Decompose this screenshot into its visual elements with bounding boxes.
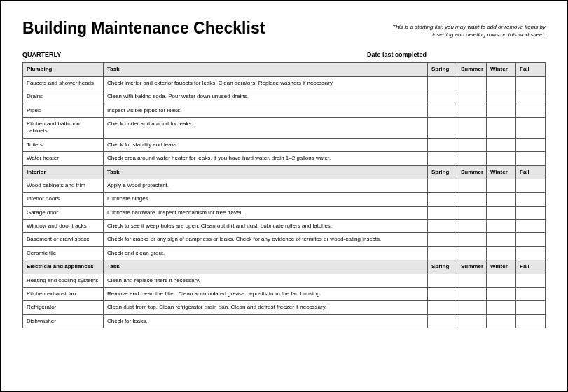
table-row: ToiletsCheck for stability and leaks.	[23, 138, 546, 151]
spring-cell[interactable]	[428, 246, 457, 260]
fall-header: Fall	[516, 165, 546, 178]
item-cell: Refrigerator	[23, 301, 104, 314]
spring-cell[interactable]	[428, 152, 457, 165]
summer-cell[interactable]	[457, 178, 487, 192]
winter-cell[interactable]	[487, 76, 516, 90]
task-cell: Check for leaks.	[104, 314, 428, 328]
winter-cell[interactable]	[487, 220, 516, 233]
task-header: Task	[104, 63, 428, 76]
fall-cell[interactable]	[516, 206, 546, 219]
winter-cell[interactable]	[487, 274, 516, 287]
table-row: RefrigeratorClean dust from top. Clean r…	[23, 301, 546, 314]
summer-cell[interactable]	[457, 206, 487, 219]
fall-cell[interactable]	[516, 104, 546, 117]
task-cell: Clean dust from top. Clean refrigerator …	[104, 301, 428, 314]
table-row: Garage doorLubricate hardware. Inspect m…	[23, 206, 546, 219]
summer-cell[interactable]	[457, 117, 487, 138]
task-cell: Check under and around for leaks.	[104, 117, 428, 138]
summer-cell[interactable]	[457, 152, 487, 165]
spring-cell[interactable]	[428, 288, 457, 301]
item-cell: Faucets and shower heads	[23, 76, 104, 90]
fall-cell[interactable]	[516, 246, 546, 260]
checklist-table: PlumbingTaskSpringSummerWinterFallFaucet…	[22, 62, 546, 328]
fall-cell[interactable]	[516, 90, 546, 104]
task-cell: Lubricate hardware. Inspect mechanism fo…	[104, 206, 428, 219]
winter-cell[interactable]	[487, 233, 516, 246]
summer-cell[interactable]	[457, 90, 487, 104]
spring-cell[interactable]	[428, 220, 457, 233]
winter-cell[interactable]	[487, 152, 516, 165]
task-cell: Remove and clean the filter. Clean accum…	[104, 288, 428, 301]
spring-cell[interactable]	[428, 192, 457, 206]
page-title: Building Maintenance Checklist	[22, 19, 265, 38]
spring-cell[interactable]	[428, 178, 457, 192]
summer-cell[interactable]	[457, 314, 487, 328]
spring-header: Spring	[428, 165, 457, 178]
fall-cell[interactable]	[516, 233, 546, 246]
spring-cell[interactable]	[428, 104, 457, 117]
winter-cell[interactable]	[487, 90, 516, 104]
fall-cell[interactable]	[516, 76, 546, 90]
summer-cell[interactable]	[457, 220, 487, 233]
fall-cell[interactable]	[516, 117, 546, 138]
table-row: DrainsClean with baking soda. Pour water…	[23, 90, 546, 104]
item-cell: Dishwasher	[23, 314, 104, 328]
summer-cell[interactable]	[457, 288, 487, 301]
winter-cell[interactable]	[487, 206, 516, 219]
spring-header: Spring	[428, 260, 457, 274]
table-row: Ceramic tileCheck and clean grout.	[23, 246, 546, 260]
spring-cell[interactable]	[428, 76, 457, 90]
spring-cell[interactable]	[428, 314, 457, 328]
spring-header: Spring	[428, 63, 457, 76]
spring-cell[interactable]	[428, 274, 457, 287]
task-cell: Lubricate hinges.	[104, 192, 428, 206]
summer-cell[interactable]	[457, 138, 487, 151]
fall-cell[interactable]	[516, 220, 546, 233]
item-cell: Pipes	[23, 104, 104, 117]
summer-cell[interactable]	[457, 233, 487, 246]
winter-cell[interactable]	[487, 104, 516, 117]
spring-cell[interactable]	[428, 90, 457, 104]
item-cell: Toilets	[23, 138, 104, 151]
winter-cell[interactable]	[487, 246, 516, 260]
table-row: DishwasherCheck for leaks.	[23, 314, 546, 328]
task-header: Task	[104, 165, 428, 178]
winter-header: Winter	[487, 63, 516, 76]
fall-cell[interactable]	[516, 314, 546, 328]
summer-cell[interactable]	[457, 76, 487, 90]
item-cell: Wood cabinets and trim	[23, 178, 104, 192]
task-cell: Check area around water heater for leaks…	[104, 152, 428, 165]
fall-cell[interactable]	[516, 178, 546, 192]
task-cell: Check and clean grout.	[104, 246, 428, 260]
header: Building Maintenance Checklist This is a…	[22, 19, 546, 38]
summer-cell[interactable]	[457, 246, 487, 260]
fall-cell[interactable]	[516, 274, 546, 287]
item-cell: Garage door	[23, 206, 104, 219]
winter-cell[interactable]	[487, 138, 516, 151]
spring-cell[interactable]	[428, 138, 457, 151]
task-cell: Apply a wood protectant.	[104, 178, 428, 192]
fall-cell[interactable]	[516, 301, 546, 314]
winter-cell[interactable]	[487, 178, 516, 192]
spring-cell[interactable]	[428, 301, 457, 314]
fall-cell[interactable]	[516, 288, 546, 301]
summer-cell[interactable]	[457, 104, 487, 117]
winter-cell[interactable]	[487, 288, 516, 301]
winter-cell[interactable]	[487, 301, 516, 314]
fall-cell[interactable]	[516, 192, 546, 206]
item-cell: Kitchen exhaust fan	[23, 288, 104, 301]
summer-cell[interactable]	[457, 192, 487, 206]
fall-cell[interactable]	[516, 152, 546, 165]
spring-cell[interactable]	[428, 117, 457, 138]
meta-row: QUARTERLY Date last completed	[22, 51, 546, 58]
item-cell: Water heater	[23, 152, 104, 165]
winter-cell[interactable]	[487, 192, 516, 206]
winter-cell[interactable]	[487, 117, 516, 138]
summer-header: Summer	[457, 63, 487, 76]
winter-cell[interactable]	[487, 314, 516, 328]
spring-cell[interactable]	[428, 233, 457, 246]
summer-cell[interactable]	[457, 274, 487, 287]
spring-cell[interactable]	[428, 206, 457, 219]
fall-cell[interactable]	[516, 138, 546, 151]
summer-cell[interactable]	[457, 301, 487, 314]
